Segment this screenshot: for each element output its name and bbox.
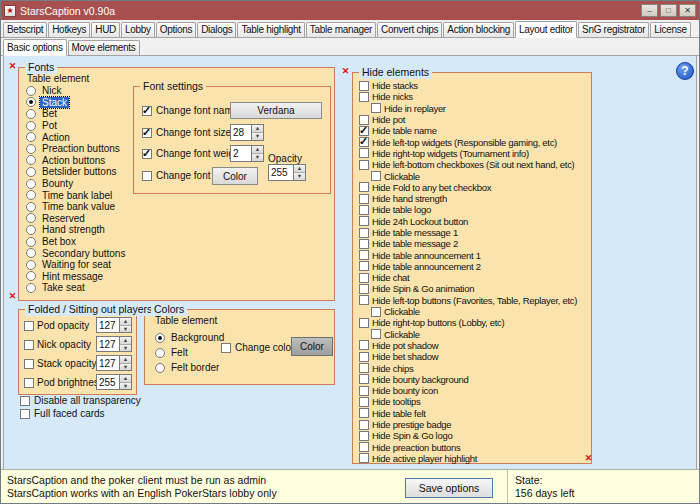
table-element-radio[interactable]: Reserved xyxy=(26,213,127,225)
main-tab[interactable]: Table highlight xyxy=(237,22,304,37)
hide-checkbox-row[interactable]: Hide table message 2 xyxy=(359,238,589,249)
spinner-value[interactable]: 127 xyxy=(96,355,119,371)
checkbox-icon[interactable] xyxy=(24,378,34,388)
main-tab[interactable]: HUD xyxy=(91,22,120,37)
change-font-weight-checkbox[interactable]: Change font weight xyxy=(142,148,242,159)
hide-checkbox-row[interactable]: Hide Spin & Go logo xyxy=(359,430,589,441)
table-element-radio[interactable]: Waiting for seat xyxy=(26,259,127,271)
hide-checkbox-row[interactable]: Hide table name xyxy=(359,125,589,136)
main-tab[interactable]: Lobby xyxy=(121,22,155,37)
hide-checkbox-row[interactable]: Hide nicks xyxy=(359,91,589,102)
misc-checkbox-row[interactable]: Full faced cards xyxy=(20,407,141,420)
hide-checkbox-row[interactable]: Hide tooltips xyxy=(359,396,589,407)
table-element-radio[interactable]: Bet xyxy=(26,108,127,120)
color-target-radio[interactable]: Felt border xyxy=(155,360,226,375)
table-element-radio[interactable]: Pot xyxy=(26,120,127,132)
misc-checkbox-row[interactable]: Disable all transparency xyxy=(20,394,141,407)
font-size-value[interactable]: 28 xyxy=(230,124,251,141)
hide-checkbox-row[interactable]: Hide Fold to any bet checkbox xyxy=(359,182,589,193)
hide-checkbox-row[interactable]: Hide bet shadow xyxy=(359,351,589,362)
main-tab[interactable]: Dialogs xyxy=(197,22,236,37)
hide-checkbox-row[interactable]: Hide right-top widgets (Tournament info) xyxy=(359,148,589,159)
table-element-radio[interactable]: Hint message xyxy=(26,271,127,283)
hide-checkbox-row[interactable]: Hide left-top widgets (Responsible gamin… xyxy=(359,136,589,147)
hide-checkbox-row[interactable]: Clickable xyxy=(359,306,589,317)
change-color-checkbox[interactable]: Change color xyxy=(221,342,294,353)
table-element-radio[interactable]: Bounty xyxy=(26,178,127,190)
checkbox-icon[interactable] xyxy=(24,321,34,331)
value-spinner[interactable]: 255 ▲ ▼ xyxy=(96,374,132,390)
hide-checkbox-row[interactable]: Hide left-top buttons (Favorites, Table,… xyxy=(359,295,589,306)
checkbox-icon[interactable] xyxy=(24,340,34,350)
hide-checkbox-row[interactable]: Hide chat xyxy=(359,272,589,283)
main-tab[interactable]: Hotkeys xyxy=(48,22,90,37)
font-color-button[interactable]: Color xyxy=(212,167,258,185)
close-button[interactable]: ✕ xyxy=(679,4,696,17)
main-tab[interactable]: Table manager xyxy=(306,22,376,37)
help-button[interactable]: ? xyxy=(676,62,694,80)
change-font-size-checkbox[interactable]: Change font size xyxy=(142,127,231,138)
hide-checkbox-row[interactable]: Hide chips xyxy=(359,362,589,373)
hide-checkbox-row[interactable]: Hide table announcement 1 xyxy=(359,249,589,260)
hide-checkbox-row[interactable]: Hide pot xyxy=(359,114,589,125)
hide-checkbox-row[interactable]: Hide hand strength xyxy=(359,193,589,204)
table-element-radio[interactable]: Hand strength xyxy=(26,224,127,236)
value-spinner[interactable]: 127 ▲ ▼ xyxy=(96,317,132,333)
table-element-radio[interactable]: Action buttons xyxy=(26,155,127,167)
table-element-radio[interactable]: Nick xyxy=(26,85,127,97)
sub-tab[interactable]: Move elements xyxy=(68,40,140,55)
maximize-button[interactable]: □ xyxy=(660,4,677,17)
main-tab[interactable]: Layout editor xyxy=(515,21,577,38)
color-target-radio[interactable]: Background xyxy=(155,330,226,345)
opacity-value[interactable]: 255 xyxy=(268,164,293,181)
table-element-radio[interactable]: Preaction buttons xyxy=(26,143,127,155)
hide-checkbox-row[interactable]: Clickable xyxy=(359,170,589,181)
hide-checkbox-row[interactable]: Hide table felt xyxy=(359,408,589,419)
hide-checkbox-row[interactable]: Hide table announcement 2 xyxy=(359,261,589,272)
spinner-down-icon[interactable]: ▼ xyxy=(120,364,131,371)
hide-checkbox-row[interactable]: Hide 24h Lockout button xyxy=(359,216,589,227)
main-tab[interactable]: Convert chips xyxy=(377,22,442,37)
font-size-spinner[interactable]: 28 ▲ ▼ xyxy=(230,124,264,141)
spinner-value[interactable]: 127 xyxy=(96,336,119,352)
main-tab[interactable]: License xyxy=(650,22,690,37)
spinner-down-icon[interactable]: ▼ xyxy=(120,326,131,333)
main-tab[interactable]: Betscript xyxy=(3,22,47,37)
hide-checkbox-row[interactable]: Hide active player highlight xyxy=(359,453,589,464)
hide-checkbox-row[interactable]: Hide table message 1 xyxy=(359,227,589,238)
checkbox-icon[interactable] xyxy=(24,359,34,369)
hide-checkbox-row[interactable]: Hide stacks xyxy=(359,80,589,91)
hide-checkbox-row[interactable]: Clickable xyxy=(359,329,589,340)
hide-checkbox-row[interactable]: Hide bounty background xyxy=(359,374,589,385)
spinner-up-icon[interactable]: ▲ xyxy=(120,318,131,326)
table-element-radio[interactable]: Betslider buttons xyxy=(26,166,127,178)
save-options-button[interactable]: Save options xyxy=(405,478,493,498)
table-element-radio[interactable]: Bet box xyxy=(26,236,127,248)
spinner-up-icon[interactable]: ▲ xyxy=(120,337,131,345)
table-element-radio[interactable]: Secondary buttons xyxy=(26,247,127,259)
sub-tab[interactable]: Basic options xyxy=(3,39,67,56)
hide-checkbox-row[interactable]: Hide table logo xyxy=(359,204,589,215)
spinner-down-icon[interactable]: ▼ xyxy=(120,383,131,390)
hide-checkbox-row[interactable]: Hide right-top buttons (Lobby, etc) xyxy=(359,317,589,328)
spinner-value[interactable]: 255 xyxy=(96,374,119,390)
hide-checkbox-row[interactable]: Hide Spin & Go animation xyxy=(359,283,589,294)
spinner-down-icon[interactable]: ▼ xyxy=(252,133,263,140)
table-element-radio[interactable]: Time bank label xyxy=(26,189,127,201)
hide-checkbox-row[interactable]: Hide preaction buttons xyxy=(359,442,589,453)
table-element-radio[interactable]: Take seat xyxy=(26,282,127,294)
color-target-radio[interactable]: Felt xyxy=(155,345,226,360)
font-weight-value[interactable]: 2 xyxy=(230,145,251,162)
hide-checkbox-row[interactable]: Hide prestige badge xyxy=(359,419,589,430)
font-name-button[interactable]: Verdana xyxy=(230,102,322,119)
spinner-value[interactable]: 127 xyxy=(96,317,119,333)
opacity-spinner[interactable]: 255 ▲ ▼ xyxy=(268,164,306,181)
spinner-up-icon[interactable]: ▲ xyxy=(120,375,131,383)
minimize-button[interactable]: – xyxy=(641,4,658,17)
spinner-up-icon[interactable]: ▲ xyxy=(252,125,263,133)
hide-checkbox-row[interactable]: Hide in replayer xyxy=(359,103,589,114)
table-element-radio[interactable]: Stack xyxy=(26,97,127,109)
table-element-radio[interactable]: Time bank value xyxy=(26,201,127,213)
font-weight-spinner[interactable]: 2 ▲ ▼ xyxy=(230,145,264,162)
spinner-up-icon[interactable]: ▲ xyxy=(294,165,305,173)
